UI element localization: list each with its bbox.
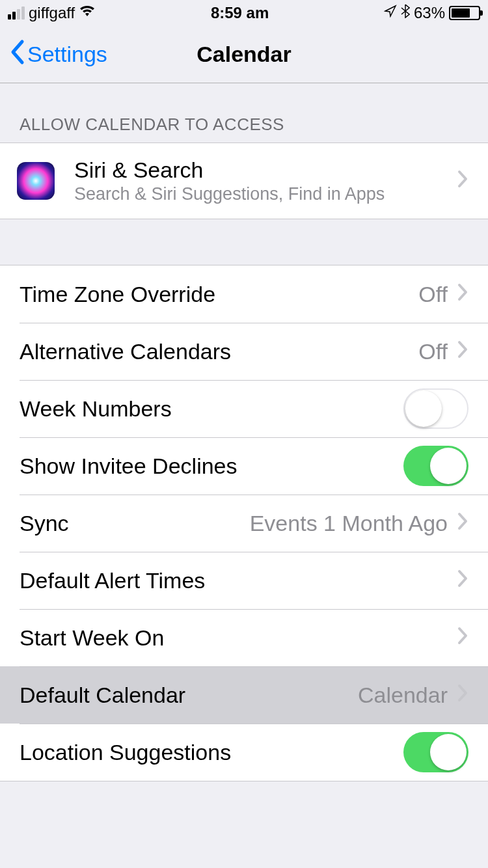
status-bar: giffgaff 8:59 am 63% xyxy=(0,0,488,26)
row-show-invitee-declines: Show Invitee Declines xyxy=(0,437,488,495)
chevron-right-icon xyxy=(457,339,468,364)
carrier-label: giffgaff xyxy=(29,4,75,22)
bluetooth-icon xyxy=(401,4,410,22)
row-label: Default Calendar xyxy=(20,683,185,708)
row-label: Week Numbers xyxy=(20,396,172,422)
siri-title: Siri & Search xyxy=(74,157,385,183)
row-default-alert-times[interactable]: Default Alert Times xyxy=(0,552,488,609)
row-label: Time Zone Override xyxy=(20,282,215,307)
row-alternative-calendars[interactable]: Alternative Calendars Off xyxy=(0,323,488,380)
row-time-zone-override[interactable]: Time Zone Override Off xyxy=(0,265,488,323)
battery-percentage: 63% xyxy=(414,4,445,22)
row-value: Off xyxy=(418,282,448,307)
row-label: Default Alert Times xyxy=(20,568,205,593)
row-label: Start Week On xyxy=(20,625,164,651)
chevron-right-icon xyxy=(457,568,468,593)
chevron-right-icon xyxy=(457,169,468,194)
row-week-numbers: Week Numbers xyxy=(0,380,488,437)
row-start-week-on[interactable]: Start Week On xyxy=(0,609,488,666)
toggle-show-invitee-declines[interactable] xyxy=(403,446,468,486)
row-label: Alternative Calendars xyxy=(20,339,231,364)
row-label: Show Invitee Declines xyxy=(20,454,237,479)
group-siri: Siri & Search Search & Siri Suggestions,… xyxy=(0,142,488,219)
row-value: Events 1 Month Ago xyxy=(250,511,448,536)
battery-icon xyxy=(449,6,480,20)
toggle-location-suggestions[interactable] xyxy=(403,732,468,772)
row-label: Location Suggestions xyxy=(20,740,231,765)
location-icon xyxy=(384,5,397,21)
chevron-right-icon xyxy=(457,683,468,708)
siri-subtitle: Search & Siri Suggestions, Find in Apps xyxy=(74,184,385,204)
row-value: Calendar xyxy=(358,683,448,708)
group-settings: Time Zone Override Off Alternative Calen… xyxy=(0,265,488,781)
back-label: Settings xyxy=(27,42,107,67)
toggle-week-numbers[interactable] xyxy=(403,388,468,429)
status-left: giffgaff xyxy=(8,4,96,22)
chevron-right-icon xyxy=(457,282,468,307)
status-time: 8:59 am xyxy=(211,4,269,22)
chevron-left-icon xyxy=(9,39,25,70)
wifi-icon xyxy=(79,5,96,21)
nav-bar: Settings Calendar xyxy=(0,26,488,83)
section-header-access: ALLOW CALENDAR TO ACCESS xyxy=(0,83,488,142)
siri-text: Siri & Search Search & Siri Suggestions,… xyxy=(74,157,385,204)
back-button[interactable]: Settings xyxy=(0,39,107,70)
row-sync[interactable]: Sync Events 1 Month Ago xyxy=(0,495,488,552)
row-value: Off xyxy=(418,339,448,364)
chevron-right-icon xyxy=(457,511,468,536)
chevron-right-icon xyxy=(457,625,468,651)
row-siri-search[interactable]: Siri & Search Search & Siri Suggestions,… xyxy=(0,143,488,219)
signal-bars-icon xyxy=(8,7,25,20)
row-label: Sync xyxy=(20,511,69,536)
row-location-suggestions: Location Suggestions xyxy=(0,724,488,781)
siri-icon xyxy=(17,162,55,200)
status-right: 63% xyxy=(384,4,480,22)
row-default-calendar[interactable]: Default Calendar Calendar xyxy=(0,666,488,724)
